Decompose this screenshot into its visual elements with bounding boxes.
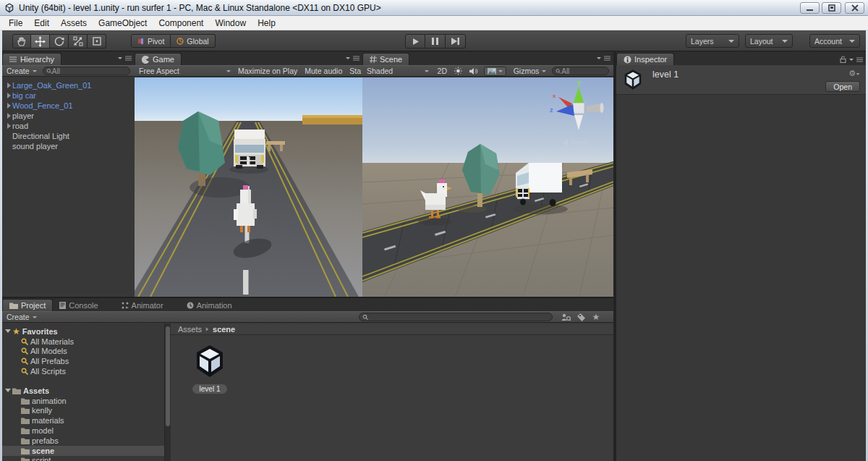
- hierarchy-item[interactable]: Wood_Fence_01: [2, 101, 135, 111]
- account-dropdown[interactable]: Account: [809, 34, 860, 48]
- panel-dropdown-icon[interactable]: [118, 57, 122, 59]
- effects-toggle[interactable]: [484, 67, 506, 76]
- tab-animator[interactable]: Animator: [115, 299, 170, 311]
- step-button[interactable]: [446, 34, 466, 48]
- gizmos-dropdown[interactable]: Gizmos: [514, 67, 547, 75]
- tree-item[interactable]: All Scripts: [2, 366, 164, 376]
- rotate-tool-button[interactable]: [50, 34, 69, 48]
- scene-search[interactable]: [552, 67, 609, 75]
- shading-mode-dropdown[interactable]: Shaded: [367, 67, 425, 75]
- panel-menu-icon[interactable]: [125, 56, 132, 61]
- gear-icon[interactable]: ⚙: [848, 69, 860, 78]
- tree-folder[interactable]: model: [2, 426, 164, 436]
- play-button[interactable]: [405, 34, 425, 48]
- menu-edit[interactable]: Edit: [28, 17, 55, 30]
- tab-hierarchy[interactable]: Hierarchy: [2, 53, 61, 65]
- collapse-icon[interactable]: [5, 329, 11, 333]
- expand-icon[interactable]: [7, 113, 11, 119]
- rect-tool-button[interactable]: [88, 34, 106, 48]
- tree-item[interactable]: All Models: [2, 347, 164, 357]
- hierarchy-item[interactable]: road: [2, 121, 135, 131]
- expand-icon[interactable]: [7, 83, 11, 88]
- tree-scrollbar-thumb[interactable]: [166, 326, 170, 426]
- tree-folder[interactable]: script: [2, 456, 164, 461]
- hierarchy-search[interactable]: [43, 67, 130, 75]
- tree-assets-root[interactable]: Assets: [2, 386, 164, 396]
- hand-tool-button[interactable]: [12, 34, 31, 48]
- menu-help[interactable]: Help: [252, 17, 281, 30]
- maximize-button[interactable]: [822, 2, 841, 14]
- asset-grid-item[interactable]: level 1: [187, 344, 233, 394]
- tab-project[interactable]: Project: [2, 299, 53, 311]
- expand-icon[interactable]: [7, 123, 11, 129]
- panel-menu-icon[interactable]: [604, 56, 610, 61]
- 2d-toggle[interactable]: 2D: [438, 67, 447, 75]
- chevron-down-icon[interactable]: [226, 70, 231, 72]
- lighting-toggle-icon[interactable]: [454, 67, 462, 75]
- menu-file[interactable]: File: [3, 17, 28, 30]
- open-button[interactable]: Open: [825, 81, 860, 92]
- hierarchy-search-input[interactable]: [52, 67, 127, 75]
- tree-folder[interactable]: animation: [2, 396, 164, 406]
- audio-toggle-icon[interactable]: [469, 67, 478, 75]
- game-viewport[interactable]: [135, 77, 362, 297]
- hierarchy-item[interactable]: big car: [2, 90, 135, 101]
- tree-item[interactable]: All Materials: [2, 337, 164, 347]
- minimize-button[interactable]: [800, 2, 820, 14]
- tab-scene[interactable]: Scene: [362, 53, 409, 65]
- scene-search-input[interactable]: [561, 67, 605, 75]
- project-search-input[interactable]: [368, 313, 548, 321]
- pivot-toggle-button[interactable]: Pivot: [131, 34, 171, 48]
- search-by-type-icon[interactable]: [561, 313, 571, 321]
- project-create-button[interactable]: Create: [7, 313, 37, 321]
- menu-component[interactable]: Component: [153, 17, 209, 30]
- panel-dropdown-icon[interactable]: [597, 57, 601, 59]
- move-tool-button[interactable]: [31, 34, 50, 48]
- project-search[interactable]: [359, 313, 553, 321]
- panel-menu-icon[interactable]: [856, 57, 863, 62]
- expand-icon[interactable]: [7, 93, 11, 98]
- search-by-label-icon[interactable]: [577, 313, 586, 321]
- expand-icon[interactable]: [7, 103, 11, 109]
- stats-toggle[interactable]: Sta: [349, 67, 361, 75]
- breadcrumb-current[interactable]: scene: [213, 325, 235, 334]
- lock-icon[interactable]: [840, 56, 846, 63]
- tree-folder[interactable]: materials: [2, 415, 164, 426]
- tree-item[interactable]: All Prefabs: [2, 356, 164, 366]
- tree-folder[interactable]: kenlly: [2, 406, 164, 416]
- tree-folder[interactable]: prefabs: [2, 436, 164, 446]
- collapse-icon[interactable]: [5, 389, 11, 392]
- hierarchy-item[interactable]: sound player: [2, 141, 135, 151]
- tab-animation[interactable]: Animation: [180, 299, 239, 311]
- tab-game[interactable]: Game: [135, 53, 182, 65]
- hierarchy-item[interactable]: player: [2, 111, 135, 121]
- pause-button[interactable]: [425, 34, 446, 48]
- mute-audio-toggle[interactable]: Mute audio: [305, 67, 342, 75]
- favorites-star-icon[interactable]: ★: [592, 312, 600, 322]
- hierarchy-item[interactable]: Large_Oak_Green_01: [2, 80, 135, 90]
- panel-menu-icon[interactable]: [353, 56, 359, 61]
- chevron-down-icon[interactable]: [425, 70, 429, 72]
- layers-dropdown[interactable]: Layers: [686, 34, 739, 48]
- tree-folder-selected[interactable]: scene: [2, 446, 164, 456]
- hierarchy-icon: [9, 56, 17, 63]
- menu-window[interactable]: Window: [209, 17, 252, 30]
- panel-dropdown-icon[interactable]: [346, 57, 350, 59]
- aspect-dropdown[interactable]: Free Aspect: [139, 67, 226, 75]
- scene-viewport[interactable]: y x z Persp: [362, 77, 613, 297]
- menu-gameobject[interactable]: GameObject: [93, 17, 153, 30]
- tab-console[interactable]: Console: [53, 299, 104, 311]
- global-toggle-button[interactable]: Global: [171, 34, 215, 48]
- hierarchy-create-button[interactable]: Create: [7, 67, 37, 75]
- breadcrumb-root[interactable]: Assets: [178, 325, 202, 334]
- hierarchy-item[interactable]: Directional Light: [2, 131, 135, 141]
- maximize-on-play-toggle[interactable]: Maximize on Play: [238, 67, 297, 75]
- layout-dropdown[interactable]: Layout: [745, 34, 793, 48]
- panel-dropdown-icon[interactable]: [849, 59, 854, 61]
- tree-scrollbar[interactable]: [164, 323, 171, 461]
- close-button[interactable]: [845, 2, 864, 14]
- menu-assets[interactable]: Assets: [55, 17, 93, 30]
- tab-inspector[interactable]: Inspector: [616, 53, 674, 65]
- scale-tool-button[interactable]: [69, 34, 88, 48]
- tree-favorites[interactable]: ★ Favorites: [2, 326, 164, 337]
